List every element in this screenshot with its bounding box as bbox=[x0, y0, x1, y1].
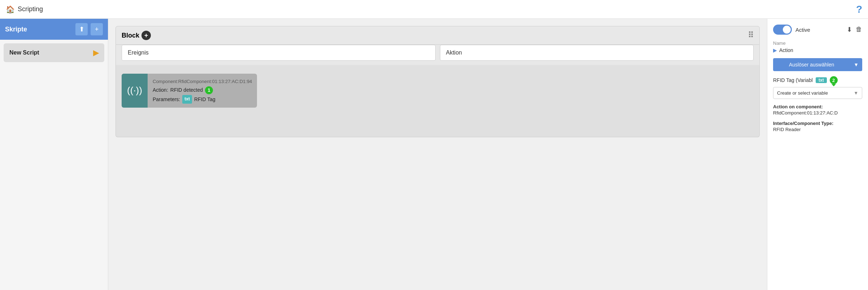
component-id: Component:RfidComponent:01:13:27:AC:D1:9… bbox=[153, 77, 252, 86]
sidebar-header-buttons: ⬆ + bbox=[75, 23, 103, 35]
event-card-details: Component:RfidComponent:01:13:27:AC:D1:9… bbox=[148, 74, 257, 108]
trash-icon[interactable]: 🗑 bbox=[856, 26, 862, 34]
trigger-main-button[interactable]: Auslöser auswählen bbox=[773, 58, 850, 71]
create-select-chevron: ▼ bbox=[854, 90, 858, 96]
block-header: Block + ⠿ bbox=[115, 26, 760, 45]
action-value: RFID detected bbox=[170, 86, 203, 95]
col-ereignis: Ereignis bbox=[122, 45, 436, 61]
script-item-label: New Script bbox=[9, 49, 39, 56]
rfid-badge-2: 2 bbox=[830, 76, 838, 84]
topbar-left: 🏠 Scripting bbox=[6, 5, 43, 14]
chevron-icon: ▶ bbox=[773, 47, 777, 53]
action-label: Action: bbox=[153, 86, 168, 95]
action-on-component-value: RfidComponent:01:13:27:AC:D bbox=[773, 110, 862, 116]
trigger-dropdown-button[interactable]: ▼ bbox=[850, 58, 862, 71]
interface-type-value: RFID Reader bbox=[773, 127, 862, 132]
sidebar-header: Skripte ⬆ + bbox=[0, 19, 108, 40]
action-line: Action: RFID detected 1 bbox=[153, 86, 252, 95]
block-label: Block bbox=[122, 32, 139, 39]
create-select-label: Create or select variable bbox=[777, 90, 828, 96]
upload-button[interactable]: ⬆ bbox=[75, 23, 88, 35]
params-value: RFID Tag bbox=[194, 95, 215, 104]
right-panel-toprow: Active ⬇ 🗑 bbox=[773, 25, 862, 35]
rfid-row: RFID Tag (Variabl txt 2 bbox=[773, 76, 862, 84]
script-item[interactable]: New Script ▶ bbox=[4, 43, 104, 62]
event-card[interactable]: ((·)) Component:RfidComponent:01:13:27:A… bbox=[122, 74, 257, 108]
block-add-icon[interactable]: + bbox=[141, 31, 151, 40]
params-label: Parameters: bbox=[153, 95, 180, 104]
badge-txt: txt bbox=[182, 95, 192, 104]
right-panel-icons: ⬇ 🗑 bbox=[847, 26, 862, 34]
help-button[interactable]: ? bbox=[856, 4, 862, 15]
action-row: ▶ Action bbox=[773, 47, 862, 53]
name-label: Name bbox=[773, 40, 862, 46]
block-content: ((·)) Component:RfidComponent:01:13:27:A… bbox=[115, 65, 760, 137]
sidebar-title: Skripte bbox=[5, 26, 27, 33]
rfid-icon: ((·)) bbox=[122, 74, 148, 108]
rfid-tag-label: RFID Tag (Variabl bbox=[773, 77, 813, 83]
params-line: Parameters: txt RFID Tag bbox=[153, 95, 252, 104]
badge-1: 1 bbox=[205, 86, 213, 94]
block-title: Block + bbox=[122, 31, 151, 40]
create-select-row[interactable]: Create or select variable ▼ bbox=[773, 87, 862, 99]
right-panel: Active ⬇ 🗑 Name ▶ Action Auslöser auswäh… bbox=[767, 19, 868, 290]
action-value: Action bbox=[779, 47, 793, 53]
action-on-component-label: Action on component: bbox=[773, 104, 862, 109]
col-aktion: Aktion bbox=[440, 45, 754, 61]
rfid-badge-txt: txt bbox=[816, 77, 827, 83]
columns-row: Ereignis Aktion bbox=[115, 45, 760, 65]
active-label: Active bbox=[795, 27, 810, 33]
download-icon[interactable]: ⬇ bbox=[847, 26, 852, 34]
interface-type-label: Interface/Component Type: bbox=[773, 121, 862, 126]
topbar-title: Scripting bbox=[18, 5, 43, 13]
add-script-button[interactable]: + bbox=[91, 23, 103, 35]
topbar: 🏠 Scripting ? bbox=[0, 0, 868, 19]
grid-icon[interactable]: ⠿ bbox=[748, 31, 754, 40]
main-layout: Skripte ⬆ + New Script ▶ Block + ⠿ Ereig… bbox=[0, 19, 868, 290]
center-panel: Block + ⠿ Ereignis Aktion ((·)) Componen… bbox=[108, 19, 767, 290]
home-icon[interactable]: 🏠 bbox=[6, 5, 15, 14]
active-toggle[interactable] bbox=[773, 25, 792, 35]
sidebar: Skripte ⬆ + New Script ▶ bbox=[0, 19, 108, 290]
trigger-btn-row: Auslöser auswählen ▼ bbox=[773, 58, 862, 71]
play-icon: ▶ bbox=[93, 48, 99, 57]
